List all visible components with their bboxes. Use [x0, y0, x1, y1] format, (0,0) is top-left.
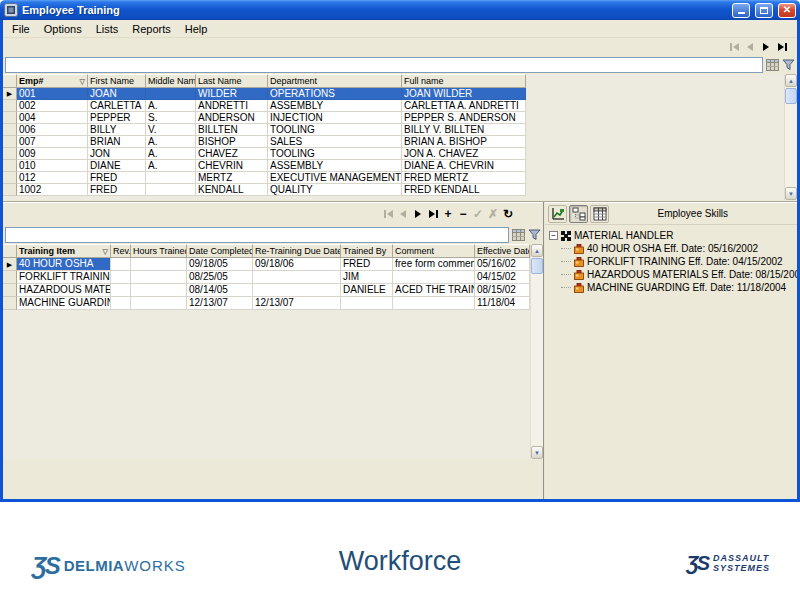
cell-retraining-due[interactable]: 12/13/07: [253, 297, 341, 310]
maximize-button[interactable]: [755, 3, 773, 18]
cell-department[interactable]: OPERATIONS: [268, 88, 402, 100]
table-row[interactable]: HAZARDOUS MATERIALS 08/14/05 DANIELE ACE…: [3, 284, 530, 297]
cell-retraining-due[interactable]: [253, 284, 341, 297]
cell-department[interactable]: TOOLING: [268, 148, 402, 160]
row-selector[interactable]: [3, 284, 17, 297]
cell-middle-name[interactable]: [146, 88, 196, 100]
cell-hours-trained[interactable]: [131, 271, 187, 284]
table-row[interactable]: 007 BRIAN A. BISHOP SALES BRIAN A. BISHO…: [3, 136, 784, 148]
cell-full-name[interactable]: DIANE A. CHEVRIN: [402, 160, 526, 172]
cell-first-name[interactable]: JON: [88, 148, 146, 160]
cell-first-name[interactable]: PEPPER: [88, 112, 146, 124]
cell-full-name[interactable]: BILLY V. BILLTEN: [402, 124, 526, 136]
cell-full-name[interactable]: FRED KENDALL: [402, 184, 526, 196]
filter-funnel-icon[interactable]: [782, 59, 795, 71]
first-record-button[interactable]: [727, 40, 741, 53]
tree-item-label[interactable]: MACHINE GUARDING Eff. Date: 11/18/2004: [587, 282, 786, 293]
cell-department[interactable]: SALES: [268, 136, 402, 148]
cell-middle-name[interactable]: [146, 184, 196, 196]
titlebar[interactable]: Employee Training ✕: [0, 0, 800, 20]
cell-first-name[interactable]: FRED: [88, 184, 146, 196]
tree-root-material-handler[interactable]: − MATERIAL HANDLER: [549, 229, 800, 242]
cell-full-name[interactable]: BRIAN A. BISHOP: [402, 136, 526, 148]
column-header-rev[interactable]: Rev.: [111, 244, 131, 258]
scroll-up-icon[interactable]: ▲: [531, 244, 543, 257]
cell-comment[interactable]: [393, 271, 475, 284]
cell-date-completed[interactable]: 08/25/05: [187, 271, 253, 284]
refresh-button[interactable]: ↻: [501, 208, 515, 220]
training-table-scrollbar[interactable]: ▲ ▼: [530, 244, 543, 459]
delete-record-button[interactable]: −: [456, 208, 470, 220]
cell-middle-name[interactable]: V.: [146, 124, 196, 136]
cell-last-name[interactable]: BISHOP: [196, 136, 268, 148]
cell-comment[interactable]: ACED THE TRAINING: [393, 284, 475, 297]
cell-last-name[interactable]: CHAVEZ: [196, 148, 268, 160]
collapse-icon[interactable]: −: [549, 231, 558, 240]
cell-hours-trained[interactable]: [131, 284, 187, 297]
cell-first-name[interactable]: JOAN: [88, 88, 146, 100]
tree-item-skill[interactable]: HAZARDOUS MATERIALS Eff. Date: 08/15/200…: [561, 268, 800, 281]
cell-department[interactable]: ASSEMBLY: [268, 100, 402, 112]
cell-first-name[interactable]: BILLY: [88, 124, 146, 136]
cell-effective-date[interactable]: 04/15/02: [475, 271, 530, 284]
last-record-button[interactable]: [775, 40, 789, 53]
cell-comment[interactable]: free form comment: [393, 258, 475, 271]
table-row[interactable]: ▶ 001 JOAN WILDER OPERATIONS JOAN WILDER: [3, 88, 784, 100]
cell-comment[interactable]: [393, 297, 475, 310]
cell-middle-name[interactable]: S.: [146, 112, 196, 124]
cell-middle-name[interactable]: A.: [146, 136, 196, 148]
cell-full-name[interactable]: JON A. CHAVEZ: [402, 148, 526, 160]
tree-item-skill[interactable]: MACHINE GUARDING Eff. Date: 11/18/2004: [561, 281, 800, 294]
row-selector[interactable]: [3, 160, 17, 172]
tree-item-label[interactable]: 40 HOUR OSHA Eff. Date: 05/16/2002: [587, 243, 758, 254]
cell-full-name[interactable]: JOAN WILDER: [402, 88, 526, 100]
column-header-training-item[interactable]: Training Item▽: [17, 244, 111, 258]
cell-department[interactable]: TOOLING: [268, 124, 402, 136]
cell-trained-by[interactable]: JIM: [341, 271, 393, 284]
cell-last-name[interactable]: BILLTEN: [196, 124, 268, 136]
cell-rev[interactable]: [111, 297, 131, 310]
cell-full-name[interactable]: FRED MERTZ: [402, 172, 526, 184]
cell-retraining-due[interactable]: 09/18/06: [253, 258, 341, 271]
previous-training-button[interactable]: [396, 208, 410, 221]
cell-effective-date[interactable]: 11/18/04: [475, 297, 530, 310]
last-training-button[interactable]: [426, 208, 440, 221]
cell-full-name[interactable]: PEPPER S. ANDERSON: [402, 112, 526, 124]
cell-last-name[interactable]: ANDERSON: [196, 112, 268, 124]
previous-record-button[interactable]: [743, 40, 757, 53]
cell-middle-name[interactable]: A.: [146, 148, 196, 160]
cell-last-name[interactable]: ANDRETTI: [196, 100, 268, 112]
column-header-last-name[interactable]: Last Name: [196, 74, 268, 88]
tree-item-skill[interactable]: FORKLIFT TRAINING Eff. Date: 04/15/2002: [561, 255, 800, 268]
column-header-department[interactable]: Department: [268, 74, 402, 88]
cell-first-name[interactable]: BRIAN: [88, 136, 146, 148]
row-selector[interactable]: [3, 271, 17, 284]
cell-last-name[interactable]: KENDALL: [196, 184, 268, 196]
table-row[interactable]: 009 JON A. CHAVEZ TOOLING JON A. CHAVEZ: [3, 148, 784, 160]
row-selector[interactable]: [3, 124, 17, 136]
confirm-edit-button[interactable]: ✓: [471, 208, 485, 220]
cell-first-name[interactable]: DIANE: [88, 160, 146, 172]
table-row[interactable]: 002 CARLETTA A. ANDRETTI ASSEMBLY CARLET…: [3, 100, 784, 112]
cell-rev[interactable]: [111, 284, 131, 297]
table-row[interactable]: 012 FRED MERTZ EXECUTIVE MANAGEMENT FRED…: [3, 172, 784, 184]
tree-root-label[interactable]: MATERIAL HANDLER: [574, 230, 673, 241]
cell-department[interactable]: EXECUTIVE MANAGEMENT: [268, 172, 402, 184]
cell-date-completed[interactable]: 09/18/05: [187, 258, 253, 271]
menu-reports[interactable]: Reports: [125, 22, 178, 36]
cell-middle-name[interactable]: A.: [146, 160, 196, 172]
tree-item-skill[interactable]: 40 HOUR OSHA Eff. Date: 05/16/2002: [561, 242, 800, 255]
column-header-trained-by[interactable]: Trained By: [341, 244, 393, 258]
table-row[interactable]: FORKLIFT TRAINING 08/25/05 JIM 04/15/02: [3, 271, 530, 284]
column-header-full-name[interactable]: Full name: [402, 74, 526, 88]
column-header-first-name[interactable]: First Name: [88, 74, 146, 88]
cell-full-name[interactable]: CARLETTA A. ANDRETTI: [402, 100, 526, 112]
tree-view-button[interactable]: [569, 205, 588, 223]
cell-last-name[interactable]: MERTZ: [196, 172, 268, 184]
minimize-button[interactable]: [732, 3, 750, 18]
column-select-icon[interactable]: [512, 229, 525, 241]
cell-effective-date[interactable]: 08/15/02: [475, 284, 530, 297]
table-row[interactable]: 010 DIANE A. CHEVRIN ASSEMBLY DIANE A. C…: [3, 160, 784, 172]
cell-first-name[interactable]: CARLETTA: [88, 100, 146, 112]
row-selector[interactable]: [3, 297, 17, 310]
